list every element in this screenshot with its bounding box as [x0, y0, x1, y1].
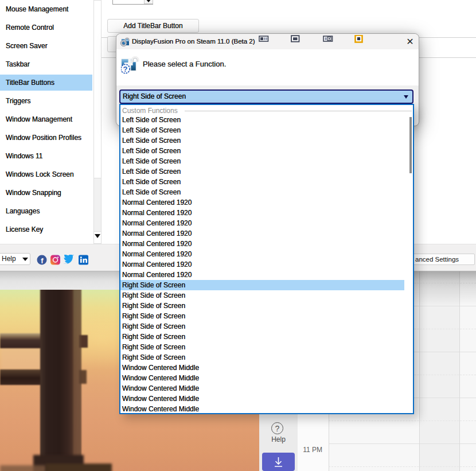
svg-text:f: f	[41, 256, 44, 265]
svg-text:?: ?	[123, 65, 128, 73]
